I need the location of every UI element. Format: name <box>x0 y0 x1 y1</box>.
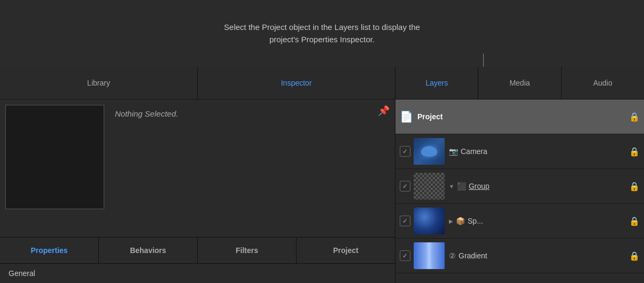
tab-project[interactable]: Project <box>297 238 395 263</box>
camera-thumb-visual <box>414 138 445 165</box>
pin-icon[interactable]: 📌 <box>378 105 390 117</box>
tooltip-area: Select the Project object in the Layers … <box>0 0 644 67</box>
tab-library[interactable]: Library <box>0 67 198 99</box>
camera-type-icon: 📷 <box>449 147 458 156</box>
gradient-thumbnail <box>414 242 445 269</box>
bottom-tab-bar: Properties Behaviors Filters Project <box>0 237 395 264</box>
general-section: General <box>0 264 395 283</box>
tab-inspector[interactable]: Inspector <box>198 67 395 99</box>
right-tab-bar: Layers Media Audio <box>395 67 644 100</box>
left-tab-bar: Library Inspector <box>0 67 395 100</box>
sphere-layer-info: ▶ 📦 Sp... 🔒 <box>449 216 640 226</box>
nothing-selected-label: Nothing Selected. <box>115 109 390 118</box>
group-layer-name: Group <box>469 182 490 190</box>
project-file-icon: 📄 <box>400 110 413 123</box>
camera-checkbox[interactable] <box>400 146 410 157</box>
sphere-expand-icon[interactable]: ▶ <box>449 218 453 224</box>
left-panel: Library Inspector Nothing Selected. 📌 Pr… <box>0 67 395 283</box>
gradient-layer-name: Gradient <box>459 251 487 260</box>
sphere-checkbox[interactable] <box>400 216 410 226</box>
group-expand-icon[interactable]: ▼ <box>449 183 454 189</box>
gradient-layer-info: ② Gradient 🔒 <box>449 251 640 261</box>
tooltip-text: Select the Project object in the Layers … <box>221 21 424 45</box>
tab-audio[interactable]: Audio <box>562 67 644 99</box>
sphere-lock-icon[interactable]: 🔒 <box>629 216 640 226</box>
camera-lock-icon[interactable]: 🔒 <box>629 147 640 157</box>
inspector-area: Nothing Selected. 📌 <box>0 100 395 237</box>
gradient-lock-icon[interactable]: 🔒 <box>629 251 640 261</box>
project-layer-name: Project <box>417 112 629 121</box>
project-lock-icon[interactable]: 🔒 <box>629 112 640 122</box>
tab-behaviors[interactable]: Behaviors <box>99 238 198 263</box>
tab-layers[interactable]: Layers <box>395 67 478 99</box>
group-layer-info: ▼ ⬛ Group 🔒 <box>449 181 640 192</box>
sphere-layer-name: Sp... <box>468 217 483 225</box>
camera-layer-name: Camera <box>461 147 487 156</box>
layer-row-project[interactable]: 📄 Project 🔒 <box>395 100 644 134</box>
camera-thumbnail <box>414 138 445 165</box>
group-checkbox[interactable] <box>400 181 410 192</box>
preview-box <box>5 105 104 209</box>
main-container: Library Inspector Nothing Selected. 📌 Pr… <box>0 67 644 283</box>
group-thumbnail <box>414 173 445 200</box>
gradient-checkbox[interactable] <box>400 250 410 261</box>
right-panel: Layers Media Audio 📄 Project 🔒 <box>395 67 644 283</box>
group-type-icon: ⬛ <box>457 182 466 190</box>
sphere-type-icon: 📦 <box>456 217 465 225</box>
inspector-content: Nothing Selected. 📌 <box>110 100 395 237</box>
gradient-thumb-visual <box>414 242 445 269</box>
layer-row-sphere[interactable]: ▶ 📦 Sp... 🔒 <box>395 204 644 239</box>
gradient-type-icon: ② <box>449 251 456 260</box>
tab-media[interactable]: Media <box>478 67 561 99</box>
camera-layer-info: 📷 Camera 🔒 <box>449 147 640 157</box>
sphere-thumbnail <box>414 208 445 234</box>
group-lock-icon[interactable]: 🔒 <box>629 181 640 192</box>
layer-row-camera[interactable]: 📷 Camera 🔒 <box>395 134 644 169</box>
layers-list: 📄 Project 🔒 📷 Camera 🔒 <box>395 100 644 283</box>
tab-filters[interactable]: Filters <box>198 238 297 263</box>
group-thumb-visual <box>414 173 445 200</box>
tab-properties[interactable]: Properties <box>0 238 99 263</box>
layer-row-gradient[interactable]: ② Gradient 🔒 <box>395 239 644 273</box>
layer-row-group[interactable]: ▼ ⬛ Group 🔒 <box>395 169 644 204</box>
sphere-thumb-visual <box>414 208 445 234</box>
